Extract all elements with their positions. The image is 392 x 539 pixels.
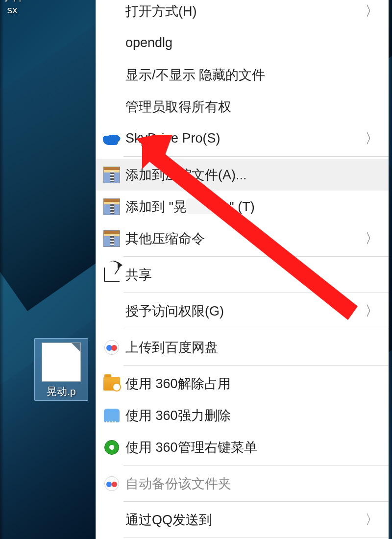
- menu-item-add-to-archive[interactable]: 添加到压缩文件(A)...: [96, 159, 389, 191]
- menu-item-skydrive[interactable]: SkyDrive Pro(S) 〉: [96, 122, 389, 154]
- menu-item-add-to-named-zip[interactable]: 添加到 "晃ip" (T): [96, 191, 389, 222]
- shredder-icon: [104, 409, 120, 422]
- menu-label: 授予访问权限(G): [123, 302, 364, 320]
- menu-item-360-unlock[interactable]: 使用 360解除占用: [96, 368, 389, 399]
- menu-separator: [123, 501, 389, 502]
- menu-label: 打开方式(H): [123, 2, 364, 20]
- menu-label: 使用 360管理右键菜单: [123, 439, 364, 456]
- edge-shadow: [0, 0, 4, 539]
- baidu-netdisk-icon: [104, 476, 119, 491]
- chevron-right-icon: 〉: [364, 129, 379, 148]
- menu-separator: [123, 465, 389, 466]
- file-label-line: 子科: [0, 0, 39, 4]
- menu-item-360-manage-menu[interactable]: 使用 360管理右键菜单: [96, 431, 389, 463]
- menu-separator: [123, 365, 389, 366]
- menu-separator: [123, 256, 389, 257]
- chevron-right-icon: 〉: [364, 302, 379, 320]
- menu-item-grant-access[interactable]: 授予访问权限(G) 〉: [96, 295, 389, 327]
- 360-shield-icon: [104, 440, 119, 455]
- menu-label: 管理员取得所有权: [123, 98, 364, 116]
- archive-icon: [103, 167, 120, 183]
- menu-item-share[interactable]: 共享: [96, 259, 389, 291]
- paw-icon: [331, 515, 349, 530]
- menu-item-upload-baidu[interactable]: 上传到百度网盘: [96, 331, 389, 363]
- menu-item-auto-backup: 自动备份该文件夹: [96, 467, 389, 499]
- menu-label: 上传到百度网盘: [123, 339, 364, 356]
- menu-label: 自动备份该文件夹: [123, 475, 364, 492]
- menu-item-admin-ownership[interactable]: 管理员取得所有权: [96, 91, 389, 122]
- menu-separator: [123, 156, 389, 157]
- menu-label: 其他压缩命令: [123, 230, 364, 247]
- file-label: 晃动.p: [37, 385, 86, 398]
- chevron-right-icon: 〉: [364, 2, 379, 21]
- archive-icon: [103, 198, 120, 215]
- baidu-netdisk-icon: [104, 340, 119, 355]
- edge-shadow: [388, 0, 392, 539]
- menu-item-360-force-delete[interactable]: 使用 360强力删除: [96, 399, 389, 431]
- watermark-text: 经验: [352, 510, 382, 530]
- menu-label: 显示/不显示 隐藏的文件: [123, 66, 364, 84]
- share-icon: [104, 268, 120, 282]
- menu-label: 使用 360强力删除: [123, 407, 364, 424]
- folder-lock-icon: [103, 377, 120, 391]
- file-icon: [42, 343, 81, 382]
- skydrive-cloud-icon: [103, 132, 121, 145]
- desktop-file-icon-partial[interactable]: 子科 sx: [0, 0, 39, 16]
- menu-label: 共享: [123, 266, 364, 284]
- archive-icon: [103, 230, 120, 247]
- context-menu: 打开方式(H) 〉 opendlg 显示/不显示 隐藏的文件 管理员取得所有权 …: [96, 0, 389, 539]
- menu-label: SkyDrive Pro(S): [123, 131, 364, 146]
- desktop-file-icon-selected[interactable]: 晃动.p: [34, 338, 88, 401]
- menu-separator: [123, 329, 389, 329]
- menu-item-toggle-hidden[interactable]: 显示/不显示 隐藏的文件: [96, 59, 389, 91]
- chevron-right-icon: 〉: [364, 229, 379, 248]
- menu-separator: [123, 538, 389, 538]
- file-label-line: sx: [0, 4, 39, 16]
- menu-label: 使用 360解除占用: [123, 375, 364, 392]
- menu-label: 添加到 "晃ip" (T): [123, 198, 364, 216]
- watermark-text: Bai: [304, 514, 328, 530]
- watermark: Bai 经验: [304, 510, 382, 530]
- menu-separator: [123, 293, 389, 293]
- menu-label: opendlg: [123, 35, 364, 50]
- menu-item-opendlg[interactable]: opendlg: [96, 27, 389, 59]
- menu-label: 添加到压缩文件(A)...: [123, 166, 364, 184]
- redacted-text: [186, 198, 220, 214]
- menu-item-open-with[interactable]: 打开方式(H) 〉: [96, 0, 389, 27]
- menu-item-other-compress[interactable]: 其他压缩命令 〉: [96, 222, 389, 254]
